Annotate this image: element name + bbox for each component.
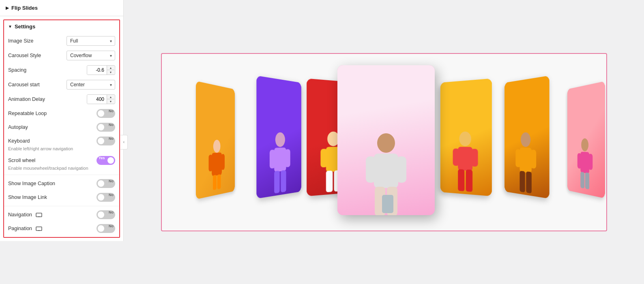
settings-section: ▼ Settings Image Size Full Medium Thumbn… <box>3 19 120 238</box>
svg-point-4 <box>213 139 220 152</box>
svg-rect-20 <box>326 171 333 192</box>
keyboard-toggle-wrapper: No <box>97 137 115 145</box>
svg-rect-8 <box>213 175 216 190</box>
svg-rect-34 <box>466 169 472 192</box>
flip-slides-title: Flip Slides <box>11 5 38 11</box>
flip-slides-header[interactable]: ▶ Flip Slides <box>0 0 123 16</box>
person-figure <box>206 129 226 197</box>
carousel-style-select[interactable]: Coverflow Slide Fade <box>67 51 115 60</box>
svg-rect-23 <box>374 154 398 188</box>
show-image-link-row: Show Image Link No <box>4 190 119 204</box>
person-figure <box>575 128 595 196</box>
animation-delay-up-button[interactable]: ▲ <box>107 95 114 99</box>
slide-card <box>504 75 549 199</box>
pagination-label: Pagination <box>8 226 97 231</box>
svg-rect-5 <box>211 152 221 176</box>
canvas-area <box>124 0 644 284</box>
settings-header[interactable]: ▼ Settings <box>4 23 119 34</box>
navigation-label: Navigation <box>8 212 97 218</box>
monitor-icon <box>36 213 42 217</box>
show-image-link-toggle[interactable]: No <box>97 193 115 202</box>
navigation-row: Navigation No <box>4 208 119 222</box>
settings-collapse-arrow: ▼ <box>8 24 12 29</box>
navigation-toggle[interactable]: No <box>97 210 115 219</box>
svg-rect-9 <box>217 174 221 189</box>
svg-rect-28 <box>382 195 393 213</box>
repeatable-loop-toggle[interactable]: No <box>97 109 115 118</box>
image-size-select[interactable]: Full Medium Thumbnail <box>67 36 115 46</box>
svg-rect-24 <box>366 156 376 183</box>
carousel-start-row: Carousel start Center Left Right ▾ <box>4 77 119 92</box>
svg-point-35 <box>521 132 530 147</box>
scroll-wheel-label: Scroll wheel <box>8 158 97 163</box>
carousel-start-label: Carousel start <box>8 82 67 88</box>
scroll-wheel-toggle[interactable]: Yes <box>97 156 115 165</box>
slide-card-active <box>337 65 435 215</box>
svg-rect-42 <box>580 152 589 173</box>
svg-rect-31 <box>453 148 459 166</box>
svg-point-22 <box>377 133 395 153</box>
panel-collapse-handle[interactable]: ‹ <box>120 135 128 149</box>
autoplay-row: Autoplay No <box>4 120 119 134</box>
image-size-label: Image Size <box>8 38 67 44</box>
animation-delay-down-button[interactable]: ▼ <box>107 99 114 104</box>
keyboard-label: Keyboard <box>8 138 97 144</box>
carousel-style-label: Carousel Style <box>8 53 67 58</box>
image-size-row: Image Size Full Medium Thumbnail ▾ <box>4 34 119 48</box>
show-image-caption-label: Show Image Caption <box>8 181 97 186</box>
svg-rect-46 <box>585 172 589 189</box>
image-size-select-wrapper: Full Medium Thumbnail ▾ <box>67 36 115 46</box>
repeatable-loop-row: Repeatable Loop No <box>4 107 119 120</box>
keyboard-toggle[interactable]: No <box>97 137 115 145</box>
carousel-style-row: Carousel Style Coverflow Slide Fade ▾ <box>4 48 119 63</box>
pagination-row: Pagination No <box>4 222 119 235</box>
divider-1 <box>4 175 119 175</box>
pagination-toggle[interactable]: No <box>97 224 115 233</box>
svg-rect-33 <box>458 169 464 191</box>
show-image-caption-toggle[interactable]: No <box>97 179 115 188</box>
show-image-link-label: Show Image Link <box>8 194 97 200</box>
svg-rect-6 <box>208 154 212 171</box>
svg-rect-30 <box>458 147 472 171</box>
carousel-style-select-wrapper: Coverflow Slide Fade ▾ <box>67 51 115 60</box>
spacing-up-button[interactable]: ▲ <box>107 66 114 70</box>
spacing-down-button[interactable]: ▼ <box>107 70 114 75</box>
person-figure <box>512 125 539 197</box>
svg-rect-11 <box>274 147 286 172</box>
keyboard-sublabel: Enable left/right arrow navigation <box>4 146 119 154</box>
svg-rect-15 <box>281 170 286 192</box>
slide-card <box>440 78 492 196</box>
scroll-wheel-row: Scroll wheel Yes <box>4 154 119 167</box>
settings-title: Settings <box>15 23 35 30</box>
animation-delay-input-wrapper: ▲ ▼ <box>87 94 115 104</box>
show-image-caption-row: Show Image Caption No <box>4 177 119 190</box>
carousel-start-select[interactable]: Center Left Right <box>67 80 115 90</box>
keyboard-row: Keyboard No <box>4 134 119 148</box>
svg-rect-32 <box>471 149 478 167</box>
spacing-input-wrapper: ▲ ▼ <box>87 65 115 75</box>
svg-rect-18 <box>320 149 327 167</box>
autoplay-label: Autoplay <box>8 124 97 130</box>
spacing-row: Spacing ▲ ▼ <box>4 63 119 77</box>
svg-rect-2 <box>36 227 42 231</box>
svg-rect-12 <box>269 149 275 169</box>
svg-rect-14 <box>274 171 280 193</box>
svg-rect-13 <box>285 149 290 167</box>
animation-delay-input[interactable] <box>87 95 107 104</box>
divider-2 <box>4 206 119 206</box>
svg-rect-0 <box>36 213 42 217</box>
repeatable-loop-toggle-wrapper: No <box>97 109 115 118</box>
slide-card <box>567 81 605 198</box>
carousel-preview <box>161 53 607 231</box>
animation-delay-spinners: ▲ ▼ <box>107 95 114 104</box>
svg-rect-25 <box>397 156 406 183</box>
svg-rect-44 <box>588 154 592 170</box>
carousel-scene <box>170 65 598 219</box>
spacing-label: Spacing <box>8 67 87 73</box>
slide-card <box>256 75 301 199</box>
svg-rect-36 <box>519 147 531 173</box>
spacing-input[interactable] <box>87 66 107 75</box>
autoplay-toggle[interactable]: No <box>97 123 115 132</box>
svg-rect-40 <box>526 171 532 193</box>
spacing-spinners: ▲ ▼ <box>107 66 114 75</box>
